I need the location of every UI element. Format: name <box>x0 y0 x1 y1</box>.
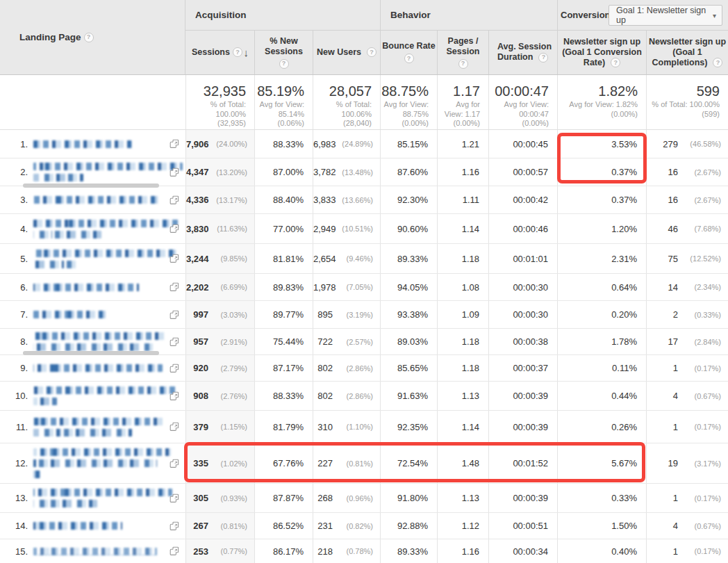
conversion-rate-cell: 0.37% <box>557 158 646 186</box>
landing-page-cell[interactable]: 5. <box>0 244 185 273</box>
open-in-new-window-icon[interactable] <box>169 546 179 556</box>
open-in-new-window-icon[interactable] <box>169 337 179 347</box>
landing-page-redacted-link[interactable] <box>33 522 185 530</box>
sessions-cell: 997 (3.03%) <box>185 301 254 328</box>
landing-page-redacted-link[interactable] <box>33 418 185 436</box>
bounce-rate-cell: 85.15% <box>380 130 437 158</box>
completions-cell: 4 (0.67%) <box>646 513 728 539</box>
open-in-new-window-icon[interactable] <box>169 391 179 401</box>
group-behavior: Behavior <box>380 0 557 30</box>
summary-pages-session: 1.17 Avg forView: 1.17(0.00%) <box>437 75 488 129</box>
open-in-new-window-icon[interactable] <box>169 224 179 234</box>
landing-page-cell[interactable]: 4. <box>0 214 185 243</box>
landing-page-cell[interactable]: 15. <box>0 539 185 563</box>
open-in-new-window-icon[interactable] <box>169 521 179 531</box>
row-number: 10. <box>0 391 28 401</box>
landing-page-cell[interactable]: 14. <box>0 513 185 539</box>
landing-page-redacted-link[interactable] <box>33 250 185 268</box>
sessions-cell: 253 (0.77%) <box>185 539 254 563</box>
landing-page-redacted-link[interactable] <box>33 332 185 351</box>
pages-session-cell: 1.13 <box>437 382 488 410</box>
new-users-cell: 1,978 (7.05%) <box>313 274 380 300</box>
landing-page-cell[interactable]: 13. <box>0 484 185 512</box>
new-users-cell: 268 (0.96%) <box>313 484 380 512</box>
landing-page-cell[interactable]: 6. <box>0 274 185 300</box>
summary-sessions: 32,935 % of Total:100.00%(32,935) <box>185 75 254 129</box>
horizontal-scrollbar-thumb[interactable] <box>23 183 159 188</box>
new-users-cell: 722 (2.57%) <box>313 329 380 354</box>
column-header-goal-completions[interactable]: Newsletter sign up (Goal 1 Completions)? <box>646 31 728 74</box>
sessions-cell: 305 (0.93%) <box>185 484 254 512</box>
row-number: 7. <box>0 309 28 320</box>
landing-page-redacted-link[interactable] <box>33 448 185 478</box>
help-icon[interactable]: ? <box>713 58 722 67</box>
open-in-new-window-icon[interactable] <box>169 364 179 373</box>
bounce-rate-cell: 90.60% <box>380 214 437 243</box>
bounce-rate-cell: 94.05% <box>380 274 437 300</box>
help-icon[interactable]: ? <box>367 47 377 57</box>
landing-page-redacted-link[interactable] <box>33 386 185 405</box>
open-in-new-window-icon[interactable] <box>169 195 179 205</box>
table-body: 1. 7,906 (24.00%) 88.33% 6,983 (24.89%) … <box>0 130 728 563</box>
bounce-rate-cell: 91.63% <box>380 382 437 410</box>
help-icon[interactable]: ? <box>84 33 94 42</box>
open-in-new-window-icon[interactable] <box>169 168 179 177</box>
new-users-cell: 231 (0.82%) <box>313 513 380 539</box>
open-in-new-window-icon[interactable] <box>169 139 179 149</box>
help-icon[interactable]: ? <box>538 53 548 63</box>
sort-descending-icon[interactable]: ↓ <box>244 47 249 58</box>
landing-page-cell[interactable]: 11. <box>0 411 185 443</box>
bounce-rate-cell: 91.80% <box>380 484 437 512</box>
open-in-new-window-icon[interactable] <box>169 310 179 320</box>
landing-page-redacted-link[interactable] <box>33 220 185 238</box>
sessions-cell: 3,244 (9.85%) <box>185 244 254 273</box>
landing-page-redacted-link[interactable] <box>33 140 185 148</box>
landing-page-redacted-link[interactable] <box>33 489 185 507</box>
landing-page-redacted-link[interactable] <box>33 284 185 291</box>
goal-selector-value: Goal 1: Newsletter sign up <box>616 6 713 25</box>
column-header-pages-session[interactable]: Pages / Session ? <box>437 31 488 74</box>
table-row: 6. 2,202 (6.69%) 89.83% 1,978 (7.05%) 94… <box>0 273 728 300</box>
landing-page-redacted-link[interactable] <box>33 196 185 204</box>
landing-page-cell[interactable]: 9. <box>0 355 185 381</box>
landing-page-cell[interactable]: 7. <box>0 301 185 328</box>
pages-session-cell: 1.48 <box>437 443 488 483</box>
open-in-new-window-icon[interactable] <box>169 459 179 468</box>
column-header-avg-session-duration[interactable]: Avg. Session Duration? <box>488 31 557 74</box>
landing-page-redacted-link[interactable] <box>33 364 185 372</box>
landing-page-cell[interactable]: 2. <box>0 158 185 186</box>
help-icon[interactable]: ? <box>611 58 620 67</box>
help-icon[interactable]: ? <box>458 59 468 69</box>
goal-selector-dropdown[interactable]: Goal 1: Newsletter sign up ▾ <box>609 5 722 26</box>
landing-page-cell[interactable]: 1. <box>0 130 185 158</box>
open-in-new-window-icon[interactable] <box>169 493 179 503</box>
column-header-pct-new-sessions[interactable]: % New Sessions ? <box>254 31 313 74</box>
column-header-bounce-rate[interactable]: Bounce Rate ? <box>380 31 437 74</box>
landing-page-column-header[interactable]: Landing Page ? <box>0 0 185 74</box>
help-icon[interactable]: ? <box>279 59 289 69</box>
landing-page-cell[interactable]: 10. <box>0 382 185 410</box>
landing-page-redacted-link[interactable] <box>33 548 185 555</box>
landing-page-redacted-link[interactable] <box>33 163 185 181</box>
sessions-cell: 3,830 (11.63%) <box>185 214 254 243</box>
horizontal-scrollbar-thumb[interactable] <box>23 351 159 355</box>
conversion-rate-cell: 0.26% <box>557 411 646 443</box>
help-icon[interactable]: ? <box>233 47 242 57</box>
open-in-new-window-icon[interactable] <box>169 422 179 432</box>
column-header-conversion-rate[interactable]: Newsletter sign up (Goal 1 Conversion Ra… <box>557 31 646 74</box>
conversion-rate-cell: 1.20% <box>557 214 646 243</box>
open-in-new-window-icon[interactable] <box>169 282 179 292</box>
row-number: 1. <box>0 139 28 149</box>
sessions-cell: 335 (1.02%) <box>185 443 254 483</box>
help-icon[interactable]: ? <box>404 54 414 63</box>
column-header-new-users[interactable]: New Users? <box>313 31 380 74</box>
bounce-rate-cell: 92.30% <box>380 186 437 213</box>
landing-page-cell[interactable]: 12. <box>0 443 185 483</box>
landing-page-redacted-link[interactable] <box>33 311 185 318</box>
column-header-sessions[interactable]: Sessions ? ↓ <box>185 31 254 74</box>
landing-page-cell[interactable]: 3. <box>0 186 185 213</box>
acquisition-label: Acquisition <box>195 10 247 20</box>
bounce-rate-cell: 89.33% <box>380 539 437 563</box>
open-in-new-window-icon[interactable] <box>169 254 179 263</box>
avg-duration-cell: 00:00:39 <box>488 411 557 443</box>
